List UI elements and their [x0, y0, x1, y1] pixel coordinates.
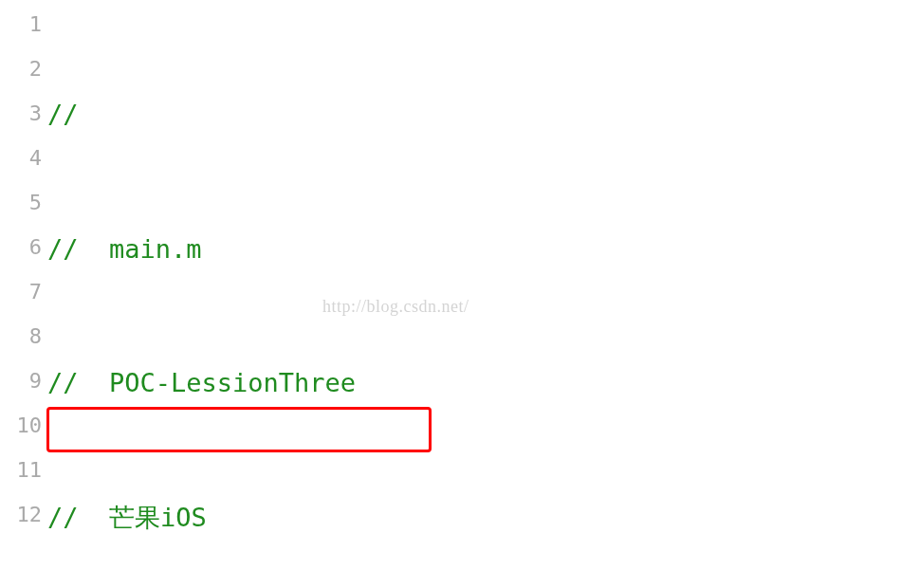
line-number: 6 [0, 226, 42, 270]
line-number: 5 [0, 181, 42, 226]
code-editor: 1 2 3 4 5 6 7 8 9 10 11 12 // // main.m … [0, 0, 901, 588]
code-area: // // main.m // POC-LessionThree // 芒果iO… [47, 0, 602, 588]
code-comment: // 芒果iOS [47, 495, 207, 540]
line-number: 1 [0, 3, 42, 47]
code-comment: // main.m [47, 227, 202, 271]
code-comment: // [47, 92, 79, 137]
line-number: 10 [0, 404, 42, 449]
code-comment: // POC-LessionThree [47, 360, 356, 405]
line-number: 3 [0, 92, 42, 137]
line-gutter: 1 2 3 4 5 6 7 8 9 10 11 12 [0, 0, 47, 588]
line-number: 4 [0, 137, 42, 181]
line-number: 2 [0, 47, 42, 92]
line-number: 12 [0, 493, 42, 538]
line-number: 7 [0, 270, 42, 315]
line-number: 9 [0, 359, 42, 404]
line-number: 8 [0, 315, 42, 359]
line-number: 11 [0, 449, 42, 493]
